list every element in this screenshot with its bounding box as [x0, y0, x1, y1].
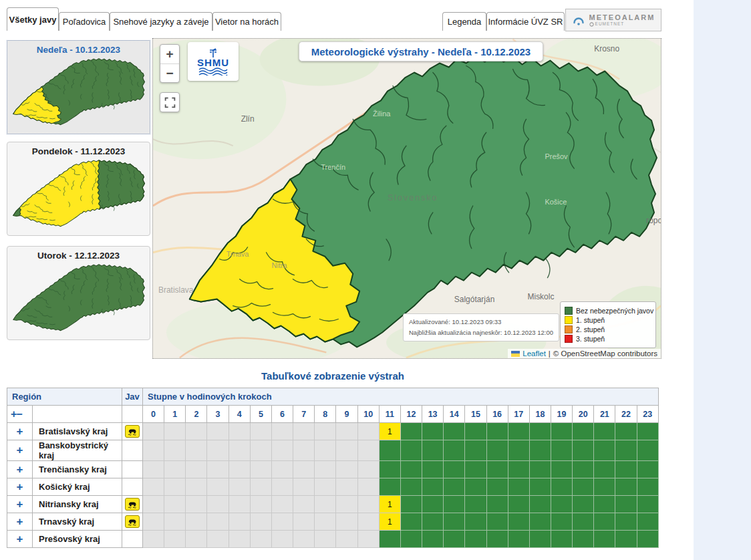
expand-region-button[interactable]: + [7, 496, 33, 513]
expand-region-button[interactable]: + [7, 478, 33, 496]
shmu-logo[interactable]: SHMU [188, 42, 239, 81]
slippery-road-warning-icon[interactable] [125, 515, 140, 528]
slippery-road-warning-icon[interactable] [125, 498, 140, 511]
hour-cell-7 [293, 531, 315, 548]
day-thumbnail-sunday[interactable]: Nedeľa - 10.12.2023 [7, 40, 150, 134]
hour-cell-6 [271, 496, 293, 513]
hour-cell-11 [379, 478, 400, 496]
hour-cell-0 [143, 531, 164, 548]
hour-cell-10 [357, 461, 379, 478]
legend-label: 3. stupeň [576, 335, 605, 343]
hour-cell-4 [229, 478, 250, 496]
tab-legenda[interactable]: Legenda [442, 12, 486, 31]
hour-cell-17 [508, 461, 529, 478]
fullscreen-button[interactable] [160, 92, 180, 112]
region-name: Košický kraj [33, 478, 122, 496]
osm-link[interactable]: © OpenStreetMap contributors [553, 349, 657, 358]
hour-cell-6 [271, 513, 293, 531]
hour-cell-0 [143, 496, 164, 513]
region-name: Trenčiansky kraj [33, 461, 122, 478]
hour-cell-16 [486, 496, 508, 513]
expand-region-button[interactable]: + [7, 531, 33, 548]
region-name: Bratislavský kraj [33, 423, 122, 440]
page-right-margin [694, 0, 751, 560]
hour-cell-3 [207, 440, 229, 461]
hour-cell-17 [508, 513, 529, 531]
hour-cell-7 [293, 496, 315, 513]
hour-cell-21 [594, 478, 615, 496]
expand-region-button[interactable]: + [7, 513, 33, 531]
tab-poladovica[interactable]: Poľadovica [59, 12, 110, 31]
hour-cell-10 [357, 513, 379, 531]
empty-header-cell [122, 406, 143, 423]
zoom-in-button[interactable]: + [160, 45, 179, 63]
slippery-road-warning-icon[interactable] [125, 425, 140, 438]
hour-cell-5 [250, 440, 271, 461]
expand-collapse-all-button[interactable]: +− [7, 406, 33, 423]
day-title: Nedeľa - 10.12.2023 [7, 41, 150, 55]
hour-column-20: 20 [573, 406, 594, 423]
hour-column-0: 0 [143, 406, 164, 423]
expand-region-button[interactable]: + [7, 461, 33, 478]
hour-cell-17 [508, 496, 529, 513]
hour-cell-19 [551, 478, 572, 496]
hour-cell-12 [400, 440, 422, 461]
jav-cell [122, 423, 143, 440]
column-header-jav: Jav [122, 388, 143, 406]
day-thumbnail-monday[interactable]: Pondelok - 11.12.2023 [7, 142, 150, 236]
empty-header-cell [33, 406, 122, 423]
hour-cell-1 [164, 478, 186, 496]
zoom-out-button[interactable]: − [160, 63, 179, 82]
tab-informacie-uvz[interactable]: Informácie ÚVZ SR [486, 12, 565, 31]
hour-cell-1 [164, 440, 186, 461]
legend-label: 2. stupeň [576, 325, 605, 333]
hour-cell-16 [486, 513, 508, 531]
hour-cell-13 [422, 423, 444, 440]
tab-snehove-jazyky[interactable]: Snehové jazyky a záveje [110, 12, 212, 31]
eumetnet-icon [589, 22, 594, 27]
hour-column-11: 11 [379, 406, 400, 423]
hour-column-23: 23 [637, 406, 658, 423]
hour-cell-4 [229, 440, 250, 461]
region-row: +Trnavský kraj1 [7, 513, 659, 531]
hour-column-22: 22 [615, 406, 637, 423]
region-name: Nitriansky kraj [33, 496, 122, 513]
hour-cell-2 [186, 461, 207, 478]
expand-region-button[interactable]: + [7, 440, 33, 461]
leaflet-link[interactable]: Leaflet [522, 349, 546, 358]
map-label-uzhhorod: город [646, 216, 661, 225]
hour-cell-20 [573, 496, 594, 513]
hour-cell-11 [379, 531, 400, 548]
hour-cell-19 [551, 496, 572, 513]
hour-cell-15 [465, 461, 486, 478]
hour-column-7: 7 [293, 406, 315, 423]
column-header-hours: Stupne v hodinových krokoch [143, 388, 659, 406]
map-label-salgotarjan: Salgótarján [454, 295, 494, 304]
region-row: +Košický kraj [7, 478, 659, 496]
hour-cell-11: 1 [379, 513, 400, 531]
leaflet-map[interactable]: Zlín Krosno cz Žilina Trenčín Slovensko … [152, 38, 661, 359]
hour-cell-7 [293, 478, 315, 496]
hour-cell-22 [615, 496, 637, 513]
hour-cell-19 [551, 461, 572, 478]
hour-cell-23 [637, 478, 658, 496]
legend-swatch-green [565, 307, 573, 315]
waves-icon [198, 67, 228, 76]
hour-cell-17 [508, 478, 529, 496]
update-info-box: Aktualizované: 10.12.2023 09:33 Najbližš… [403, 313, 559, 341]
map-label-nitra: Nitra [272, 261, 288, 269]
meteoalarm-logo[interactable]: METEOALARM EUMETNET [565, 9, 661, 31]
hour-cell-19 [551, 440, 572, 461]
tab-vsetky-javy[interactable]: Všetky javy [7, 7, 59, 31]
hour-cell-16 [486, 531, 508, 548]
weather-vane-icon [206, 48, 220, 57]
hour-cell-2 [186, 440, 207, 461]
expand-region-button[interactable]: + [7, 423, 33, 440]
region-row: +Nitriansky kraj1 [7, 496, 659, 513]
day-thumbnail-tuesday[interactable]: Utorok - 12.12.2023 [7, 246, 150, 340]
tab-vietor-na-horach[interactable]: Vietor na horách [212, 12, 281, 31]
hour-cell-18 [529, 496, 551, 513]
hour-cell-18 [529, 478, 551, 496]
next-update: Najbližšia aktualizácia najneskôr: 10.12… [409, 327, 553, 338]
hour-cell-13 [422, 461, 444, 478]
